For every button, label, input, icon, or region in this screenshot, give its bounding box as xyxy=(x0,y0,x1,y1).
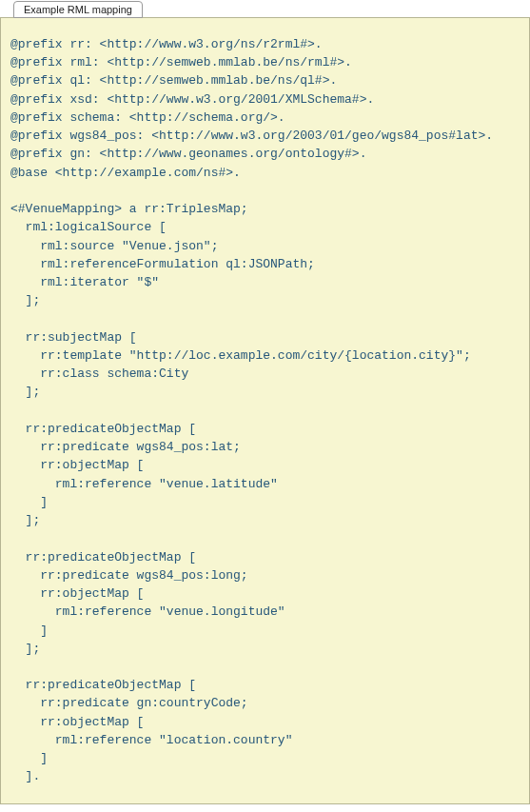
code-block: @prefix rr: <http://www.w3.org/ns/r2rml#… xyxy=(0,17,530,804)
code-tab[interactable]: Example RML mapping xyxy=(13,1,143,18)
code-tab-label: Example RML mapping xyxy=(24,4,132,15)
